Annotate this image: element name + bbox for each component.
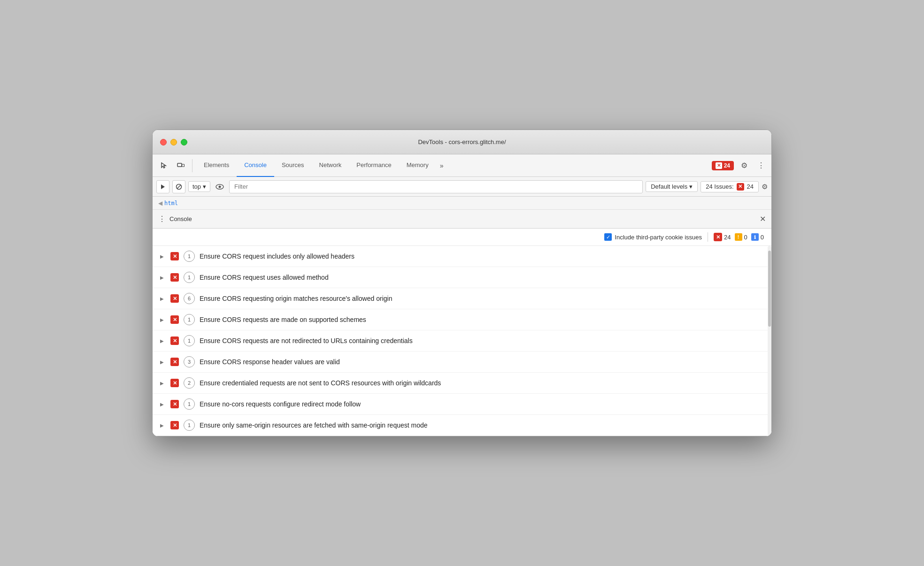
- issue-text: Ensure CORS response header values are v…: [200, 358, 340, 366]
- error-count-badge[interactable]: ✕ 24: [712, 161, 734, 170]
- expand-arrow-icon: ▶: [160, 275, 166, 280]
- issue-text: Ensure no-cors requests configure redire…: [200, 400, 361, 408]
- issue-text: Ensure credentialed requests are not sen…: [200, 379, 441, 387]
- tab-memory[interactable]: Memory: [399, 154, 436, 177]
- devtools-window: DevTools - cors-errors.glitch.me/ Elemen…: [152, 130, 772, 436]
- issues-options-bar: ✓ Include third-party cookie issues ✕ 24…: [153, 229, 771, 246]
- drawer-menu-icon[interactable]: ⋮: [158, 214, 166, 223]
- issue-row[interactable]: ▶ ✕ 1 Ensure no-cors requests configure …: [153, 394, 771, 415]
- title-bar: DevTools - cors-errors.glitch.me/: [153, 130, 771, 154]
- expand-arrow-icon: ▶: [160, 338, 166, 344]
- error-icon: ✕: [716, 162, 722, 169]
- issue-text: Ensure CORS request includes only allowe…: [200, 252, 354, 260]
- cursor-icon: [160, 162, 168, 169]
- svg-rect-1: [182, 164, 185, 167]
- breadcrumb-text[interactable]: html: [164, 200, 178, 207]
- close-button[interactable]: [160, 139, 167, 145]
- issue-count-badge: 6: [184, 293, 195, 304]
- checkbox-checked-icon: ✓: [604, 233, 612, 241]
- issue-text: Ensure CORS request uses allowed method: [200, 274, 329, 281]
- svg-point-6: [219, 185, 221, 188]
- drawer-close-button[interactable]: ✕: [760, 214, 766, 223]
- block-button[interactable]: [172, 180, 185, 193]
- scrollbar-thumb[interactable]: [768, 251, 771, 327]
- expand-arrow-icon: ▶: [160, 381, 166, 386]
- issue-row[interactable]: ▶ ✕ 1 Ensure CORS requests are made on s…: [153, 309, 771, 330]
- error-icon: ✕: [170, 421, 179, 429]
- error-icon: ✕: [170, 400, 179, 408]
- issue-row[interactable]: ▶ ✕ 6 Ensure CORS requesting origin matc…: [153, 288, 771, 309]
- main-toolbar: Elements Console Sources Network Perform…: [153, 154, 771, 177]
- info-icon: ℹ: [751, 233, 759, 241]
- error-icon: ✕: [170, 315, 179, 324]
- tab-sources[interactable]: Sources: [274, 154, 312, 177]
- breadcrumb-arrow-icon: ◀: [158, 200, 162, 207]
- device-toolbar-button[interactable]: [173, 158, 188, 173]
- clear-console-button[interactable]: [156, 180, 169, 193]
- expand-arrow-icon: ▶: [160, 402, 166, 407]
- inspect-element-button[interactable]: [156, 158, 171, 173]
- issue-row[interactable]: ▶ ✕ 1 Ensure CORS request uses allowed m…: [153, 267, 771, 288]
- expand-arrow-icon: ▶: [160, 254, 166, 259]
- count-group: ✕ 24 ! 0 ℹ 0: [714, 233, 764, 241]
- levels-dropdown[interactable]: Default levels ▾: [646, 181, 698, 192]
- issues-panel: ✓ Include third-party cookie issues ✕ 24…: [153, 229, 771, 436]
- tab-elements[interactable]: Elements: [196, 154, 237, 177]
- issue-text: Ensure CORS requests are made on support…: [200, 316, 366, 323]
- svg-line-4: [177, 185, 181, 189]
- warn-count-item: ! 0: [735, 233, 747, 241]
- issue-text: Ensure CORS requests are not redirected …: [200, 337, 413, 344]
- settings-icon[interactable]: ⚙: [738, 159, 751, 172]
- error-icon: ✕: [170, 337, 179, 345]
- issue-count-badge: 1: [184, 314, 195, 325]
- toolbar-right: ✕ 24 ⚙ ⋮: [712, 159, 768, 172]
- issue-count-badge: 1: [184, 398, 195, 410]
- info-count-item: ℹ 0: [751, 233, 764, 241]
- console-toolbar: top ▾ Default levels ▾ 24 Issues: ✕ 24 ⚙: [153, 177, 771, 197]
- drawer: ⋮ Console ✕ ✓ Include third-party cookie…: [153, 210, 771, 436]
- issue-row[interactable]: ▶ ✕ 2 Ensure credentialed requests are n…: [153, 373, 771, 394]
- responsive-icon: [177, 162, 185, 169]
- tab-console[interactable]: Console: [237, 154, 274, 177]
- issue-row[interactable]: ▶ ✕ 3 Ensure CORS response header values…: [153, 352, 771, 373]
- drawer-header: ⋮ Console ✕: [153, 210, 771, 229]
- tab-network[interactable]: Network: [312, 154, 349, 177]
- scrollbar-track[interactable]: [768, 246, 771, 436]
- error-count-icon: ✕: [714, 233, 722, 241]
- error-icon: ✕: [170, 294, 179, 303]
- issue-row[interactable]: ▶ ✕ 1 Ensure CORS requests are not redir…: [153, 330, 771, 352]
- issue-row[interactable]: ▶ ✕ 1 Ensure only same-origin resources …: [153, 415, 771, 436]
- error-icon: ✕: [170, 358, 179, 366]
- drawer-title: Console: [169, 215, 756, 222]
- toolbar-separator: [192, 159, 192, 172]
- tab-overflow-button[interactable]: »: [436, 162, 447, 169]
- eye-icon: [216, 184, 224, 190]
- issue-count-badge: 1: [184, 251, 195, 262]
- more-options-icon[interactable]: ⋮: [755, 159, 768, 172]
- issue-count-badge: 1: [184, 335, 195, 346]
- error-icon: ✕: [170, 273, 179, 282]
- issues-error-icon: ✕: [737, 183, 744, 191]
- window-title: DevTools - cors-errors.glitch.me/: [418, 138, 506, 145]
- issue-count-badge: 3: [184, 356, 195, 367]
- play-icon: [160, 184, 166, 190]
- context-selector[interactable]: top ▾: [188, 181, 210, 192]
- expand-arrow-icon: ▶: [160, 317, 166, 322]
- error-icon: ✕: [170, 379, 179, 387]
- issues-list-container: ▶ ✕ 1 Ensure CORS request includes only …: [153, 246, 771, 436]
- warn-icon: !: [735, 233, 742, 241]
- minimize-button[interactable]: [170, 139, 177, 145]
- filter-input[interactable]: [229, 180, 643, 193]
- svg-marker-2: [161, 184, 165, 189]
- issues-separator: [708, 232, 708, 242]
- error-count-item: ✕ 24: [714, 233, 731, 241]
- issue-row[interactable]: ▶ ✕ 1 Ensure CORS request includes only …: [153, 246, 771, 267]
- expand-arrow-icon: ▶: [160, 359, 166, 365]
- eye-button[interactable]: [213, 180, 226, 193]
- console-settings-icon[interactable]: ⚙: [762, 183, 768, 191]
- maximize-button[interactable]: [181, 139, 187, 145]
- issues-badge[interactable]: 24 Issues: ✕ 24: [701, 181, 759, 192]
- tab-performance[interactable]: Performance: [349, 154, 399, 177]
- issue-count-badge: 1: [184, 420, 195, 431]
- third-party-cookie-checkbox[interactable]: ✓ Include third-party cookie issues: [604, 233, 702, 241]
